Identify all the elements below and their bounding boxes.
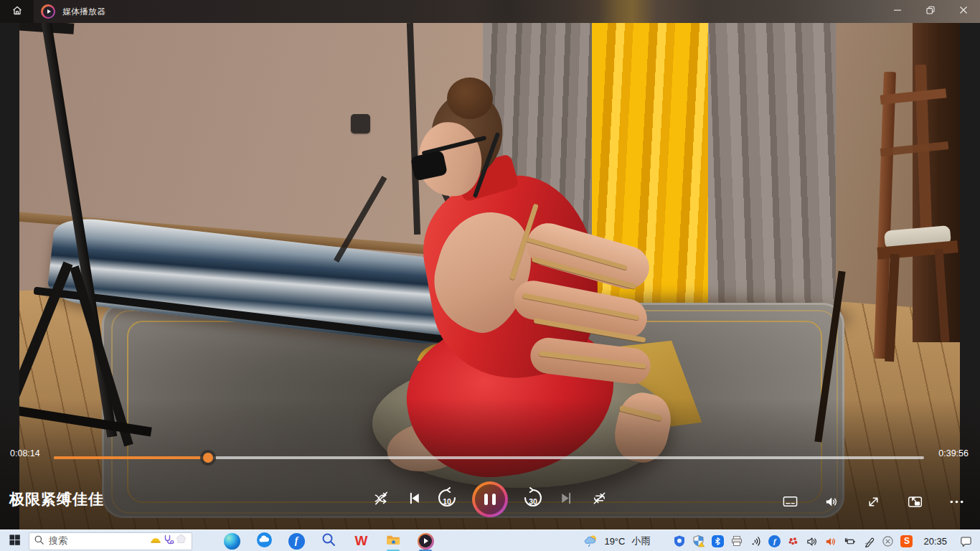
scene-gray-curtain-right [708, 23, 836, 311]
fullscreen-button[interactable] [861, 491, 885, 515]
minimize-button[interactable] [881, 0, 914, 23]
taskbar-app-cloud[interactable] [255, 530, 273, 551]
stethoscope-icon [163, 534, 174, 548]
media-player-icon [418, 533, 434, 550]
taskbar-apps: f W [222, 530, 435, 551]
skip-forward-label: 30 [521, 487, 545, 512]
minimize-icon [892, 4, 903, 19]
close-button[interactable] [947, 0, 980, 23]
total-time: 0:39:56 [938, 448, 969, 458]
home-button[interactable] [0, 0, 34, 23]
defender-icon[interactable] [692, 534, 705, 547]
skip-back-button[interactable]: 10 [435, 487, 459, 512]
screen: 媒体播放器 [0, 0, 980, 551]
scene-figure-hair-bun [447, 77, 493, 119]
restore-button[interactable] [914, 0, 947, 23]
repeat-off-icon [591, 490, 608, 509]
sogou-input-icon[interactable]: S [900, 535, 913, 547]
scene-wall-switch [351, 114, 370, 133]
media-title: 极限紧缚佳佳 [9, 489, 104, 509]
flash-tray-icon[interactable]: f [768, 535, 781, 547]
app-chip: 媒体播放器 [41, 0, 105, 23]
utility-controls [778, 491, 969, 515]
player-controls-overlay: 0:08:14 0:39:56 极限紧缚佳佳 [0, 398, 980, 529]
red-cluster-icon[interactable] [787, 535, 799, 547]
next-icon [558, 490, 575, 509]
seek-filled [54, 456, 208, 459]
miniplayer-icon [907, 494, 923, 513]
next-button[interactable] [554, 487, 578, 512]
windows-start-icon [9, 534, 21, 549]
titlebar: 媒体播放器 [0, 0, 980, 23]
taskbar-app-file-explorer[interactable] [384, 530, 402, 551]
pause-icon [475, 484, 505, 514]
wps-icon: W [355, 533, 367, 549]
printer-icon[interactable] [730, 534, 743, 547]
battery-icon[interactable] [843, 535, 857, 547]
volume-outline-icon[interactable] [806, 535, 818, 547]
taskbar-app-media-player[interactable] [416, 530, 435, 551]
taskbar-app-search[interactable] [319, 530, 338, 551]
transport-controls: 10 30 [369, 481, 611, 517]
notification-icon[interactable] [959, 534, 973, 548]
current-time: 0:08:14 [10, 448, 40, 458]
shuffle-off-icon [373, 490, 390, 509]
flash-icon: f [288, 533, 305, 550]
previous-icon [406, 490, 423, 509]
taskbar-clock[interactable]: 20:35 [923, 536, 947, 547]
volume-icon [824, 494, 840, 513]
bluetooth-icon[interactable] [712, 535, 724, 547]
volume-orange-icon[interactable] [824, 535, 837, 547]
cloud-app-icon [256, 532, 273, 551]
hard-hat-icon [150, 534, 161, 548]
seek-bar[interactable] [54, 456, 924, 459]
more-button[interactable] [944, 491, 969, 515]
taskbar-app-flash[interactable]: f [287, 530, 306, 551]
play-pause-button[interactable] [472, 481, 508, 517]
more-icon [948, 494, 965, 513]
signal-icon[interactable] [750, 535, 762, 547]
previous-button[interactable] [402, 487, 426, 512]
subtitles-button[interactable] [778, 491, 802, 515]
seek-row: 0:08:14 0:39:56 [0, 447, 980, 461]
media-player-logo [41, 4, 55, 19]
edge-icon [224, 533, 240, 550]
taskbar: 搜索 f [0, 529, 980, 551]
close-icon [958, 4, 969, 19]
taskbar-app-edge[interactable] [222, 530, 241, 551]
system-tray: 19°C 小雨 [583, 534, 973, 548]
taskbar-app-wps[interactable]: W [352, 530, 370, 551]
skip-back-label: 10 [435, 487, 459, 512]
seek-thumb[interactable] [203, 453, 213, 463]
restore-icon [925, 4, 936, 19]
search-placeholder: 搜索 [49, 534, 67, 547]
subtitles-icon [782, 494, 798, 513]
volume-button[interactable] [819, 491, 844, 515]
start-button[interactable] [0, 530, 29, 551]
shuffle-button[interactable] [369, 487, 393, 512]
pc-manager-icon[interactable] [673, 534, 686, 547]
search-highlights [150, 534, 187, 548]
pen-icon[interactable] [863, 535, 875, 547]
weather-condition[interactable]: 小雨 [631, 534, 650, 547]
repeat-button[interactable] [587, 487, 611, 512]
weather-widget[interactable] [583, 534, 598, 548]
controls-row: 极限紧缚佳佳 [0, 481, 980, 527]
window-controls [881, 0, 980, 23]
window-title: 媒体播放器 [62, 6, 105, 18]
search-input[interactable]: 搜索 [29, 532, 192, 550]
home-icon [11, 4, 24, 19]
weather-temp[interactable]: 19°C [604, 536, 625, 547]
chef-hat-icon [176, 534, 187, 548]
eject-icon[interactable] [882, 535, 894, 547]
fullscreen-icon [865, 494, 882, 513]
search-app-icon [321, 532, 336, 550]
skip-forward-button[interactable]: 30 [521, 487, 545, 512]
file-explorer-icon [385, 532, 402, 551]
miniplayer-button[interactable] [903, 491, 927, 515]
search-icon [34, 534, 44, 548]
